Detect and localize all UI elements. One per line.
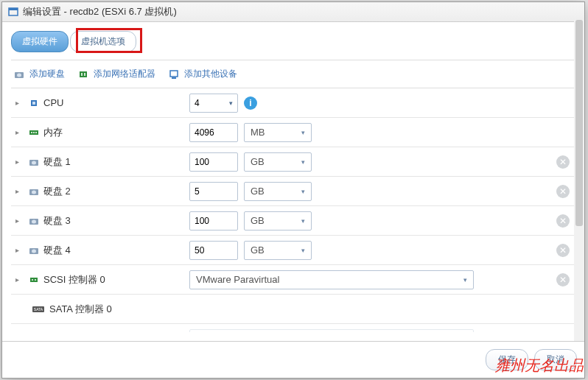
svg-rect-8	[172, 77, 176, 79]
dialog-footer: 保存 取消	[2, 341, 584, 378]
expand-caret[interactable]: ▸	[11, 217, 23, 225]
label-hd4: 硬盘 4	[43, 244, 71, 257]
disk-icon	[29, 186, 39, 197]
tabs: 虚拟硬件 虚拟机选项	[11, 31, 575, 52]
hd1-size-input[interactable]	[195, 157, 223, 167]
memory-size-input[interactable]	[195, 127, 223, 138]
chevron-down-icon: ▾	[301, 188, 305, 195]
scsi-icon	[29, 275, 39, 285]
svg-point-20	[32, 219, 36, 223]
toolbar: 添加硬盘 添加网络适配器 添加其他设备	[11, 60, 575, 88]
hd2-size-input[interactable]	[195, 186, 223, 197]
hd2-unit-select[interactable]: GB▾	[244, 182, 312, 201]
cpu-count-select[interactable]: ▾	[189, 94, 238, 113]
expand-caret[interactable]: ▸	[11, 275, 23, 284]
scsi0-type-select[interactable]: VMware Paravirtual ▾	[189, 270, 474, 289]
svg-point-25	[35, 279, 36, 281]
row-usb-controller-1: ▸ USB 控制器 1 USB 2.0 ▾	[11, 324, 575, 332]
svg-rect-1	[9, 8, 18, 10]
expand-caret[interactable]: ▸	[11, 128, 23, 136]
expand-caret[interactable]: ▸	[11, 99, 23, 107]
hd3-unit-select[interactable]: GB▾	[244, 211, 312, 231]
hd3-size-input-wrap[interactable]	[189, 211, 238, 231]
svg-point-16	[32, 161, 36, 164]
usb1-type-select[interactable]: USB 2.0 ▾	[189, 329, 474, 333]
row-memory: ▸ 内存 MB ▾	[11, 118, 575, 147]
chevron-down-icon: ▾	[229, 99, 233, 107]
memory-size-input-wrap[interactable]	[189, 123, 238, 142]
tab-virtual-hardware[interactable]: 虚拟硬件	[11, 31, 69, 52]
cancel-button[interactable]: 取消	[534, 349, 577, 370]
row-cpu: ▸ CPU ▾ i	[11, 88, 575, 118]
svg-rect-7	[170, 71, 178, 77]
scrollbar[interactable]	[574, 20, 584, 341]
add-other-device-button[interactable]: 添加其他设备	[169, 68, 237, 80]
disk-icon	[29, 216, 39, 226]
save-button[interactable]: 保存	[486, 349, 528, 370]
label-memory: 内存	[43, 126, 63, 139]
row-harddisk-2: ▸ 硬盘 2 GB▾ ✕	[11, 177, 575, 206]
chevron-down-icon: ▾	[301, 247, 305, 254]
hd1-size-input-wrap[interactable]	[189, 152, 238, 172]
chevron-down-icon: ▾	[301, 129, 305, 136]
disk-icon	[29, 245, 39, 256]
delete-scsi0-button[interactable]: ✕	[556, 273, 570, 286]
tab-vm-options[interactable]: 虚拟机选项	[70, 31, 136, 52]
scrollbar-thumb[interactable]	[575, 20, 583, 226]
expand-caret[interactable]: ▸	[11, 246, 23, 254]
hd1-unit-select[interactable]: GB▾	[244, 152, 312, 172]
hd4-size-input-wrap[interactable]	[189, 241, 238, 260]
dialog-content: 虚拟硬件 虚拟机选项 添加硬盘 添加网络适配器 添加其他设备 ▸	[2, 22, 584, 341]
delete-hd1-button[interactable]: ✕	[556, 155, 570, 169]
svg-rect-10	[32, 102, 35, 105]
nic-icon	[78, 69, 90, 80]
hd4-size-input[interactable]	[195, 245, 223, 256]
dialog-title: 编辑设置 - recdb2 (ESXi 6.7 虚拟机)	[23, 5, 177, 18]
add-disk-button[interactable]: 添加硬盘	[14, 68, 65, 80]
svg-rect-23	[30, 278, 38, 282]
label-hd2: 硬盘 2	[43, 185, 71, 198]
svg-rect-6	[84, 73, 85, 76]
svg-point-22	[32, 249, 36, 253]
svg-text:SATA: SATA	[34, 307, 43, 312]
chevron-down-icon: ▾	[301, 158, 305, 166]
hd3-size-input[interactable]	[195, 216, 223, 226]
row-harddisk-1: ▸ 硬盘 1 GB▾ ✕	[11, 147, 575, 177]
other-device-icon	[169, 69, 181, 80]
hd2-size-input-wrap[interactable]	[189, 182, 238, 201]
label-hd3: 硬盘 3	[43, 214, 71, 228]
chevron-down-icon: ▾	[463, 276, 467, 284]
label-cpu: CPU	[43, 97, 63, 108]
label-sata0: SATA 控制器 0	[49, 303, 112, 316]
row-sata-controller-0: SATA SATA 控制器 0	[11, 295, 575, 324]
edit-settings-dialog: 编辑设置 - recdb2 (ESXi 6.7 虚拟机) 虚拟硬件 虚拟机选项 …	[1, 1, 585, 379]
row-harddisk-3: ▸ 硬盘 3 GB▾ ✕	[11, 206, 575, 236]
memory-unit-select[interactable]: MB ▾	[244, 123, 312, 142]
disk-icon	[29, 157, 39, 167]
titlebar: 编辑设置 - recdb2 (ESXi 6.7 虚拟机)	[2, 2, 584, 22]
delete-hd3-button[interactable]: ✕	[556, 214, 570, 228]
svg-point-24	[32, 279, 33, 281]
svg-point-18	[32, 190, 36, 194]
svg-rect-14	[35, 132, 37, 133]
label-scsi0: SCSI 控制器 0	[43, 273, 105, 286]
svg-point-3	[17, 73, 21, 77]
svg-rect-13	[33, 132, 35, 133]
add-nic-button[interactable]: 添加网络适配器	[78, 68, 155, 80]
window-icon	[8, 7, 18, 17]
info-icon[interactable]: i	[244, 96, 257, 110]
delete-hd2-button[interactable]: ✕	[556, 185, 570, 198]
hd4-unit-select[interactable]: GB▾	[244, 241, 312, 260]
cpu-icon	[29, 98, 39, 108]
expand-caret[interactable]: ▸	[11, 187, 23, 195]
chevron-down-icon: ▾	[301, 217, 305, 225]
memory-icon	[29, 127, 39, 138]
disk-icon	[14, 69, 26, 80]
cpu-count-input[interactable]	[195, 98, 223, 108]
expand-caret[interactable]: ▸	[11, 158, 23, 166]
row-scsi-controller-0: ▸ SCSI 控制器 0 VMware Paravirtual ▾ ✕	[11, 265, 575, 295]
delete-hd4-button[interactable]: ✕	[556, 244, 570, 257]
svg-rect-5	[81, 73, 83, 76]
row-harddisk-4: ▸ 硬盘 4 GB▾ ✕	[11, 236, 575, 265]
hardware-list: ▸ CPU ▾ i ▸ 内存	[11, 88, 575, 332]
